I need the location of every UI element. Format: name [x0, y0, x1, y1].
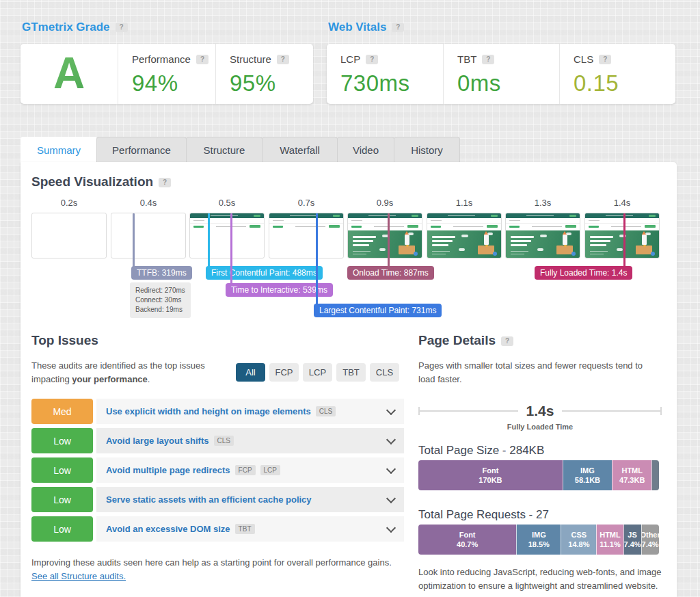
onload-badge: Onload Time: 887ms	[347, 266, 434, 280]
structure-label: Structure	[230, 53, 271, 65]
lcp-value: 730ms	[340, 70, 443, 96]
snapshot-logo	[431, 226, 441, 228]
snapshot-cta-button	[407, 225, 418, 228]
cloud-shape	[459, 248, 465, 251]
snapshot-logo	[351, 226, 362, 228]
bar-segment-css: CSS14.8%	[561, 525, 596, 555]
filter-fcp[interactable]: FCP	[269, 363, 299, 382]
ttfb-breakdown-line: Connect: 30ms	[135, 295, 185, 305]
chevron-down-icon[interactable]	[386, 522, 396, 532]
segment-label: Font	[459, 530, 476, 540]
hero-subtext-line	[432, 254, 446, 254]
issue-title: Avoid an excessive DOM size	[106, 524, 230, 534]
hero-subtext-line	[590, 251, 608, 252]
timeline-tick-label: 1.4s	[584, 198, 660, 208]
chevron-down-icon[interactable]	[386, 405, 396, 414]
chevron-down-icon[interactable]	[386, 464, 396, 473]
summary-tab-panel: Speed Visualization? 0.2s0.4s0.5s0.7s0.9…	[21, 162, 677, 597]
badge-circle	[651, 252, 655, 256]
web-vitals-title-text: Web Vitals	[328, 21, 386, 34]
issues-footer: Improving these audits seen here can hel…	[31, 556, 404, 570]
segment-label: Font	[483, 466, 499, 475]
tab-structure[interactable]: Structure	[186, 137, 262, 162]
filter-lcp[interactable]: LCP	[303, 363, 332, 382]
filter-tbt[interactable]: TBT	[336, 363, 366, 382]
hero-subtext-line	[353, 251, 371, 252]
snapshot-hero	[585, 230, 659, 258]
issue-body: Avoid multiple page redirectsFCPLCP	[96, 457, 404, 483]
filter-cls[interactable]: CLS	[370, 363, 399, 382]
issue-row[interactable]: LowAvoid an excessive DOM sizeTBT	[31, 516, 404, 542]
issue-tag-lcp: LCP	[260, 465, 280, 475]
badge-circle	[493, 252, 497, 256]
segment-label: HTML	[600, 530, 621, 540]
rocket-illustration	[484, 234, 489, 245]
issue-row[interactable]: LowAvoid multiple page redirectsFCPLCP	[31, 457, 404, 483]
snapshot-navbar	[427, 223, 501, 230]
snapshot-navbar	[506, 223, 580, 230]
segment-label: HTML	[621, 466, 643, 475]
bar-segment-other: Other7.4%	[641, 525, 659, 555]
page-details-footer: Look into reducing JavaScript, reducing …	[418, 566, 662, 593]
bar-segment-other	[651, 460, 659, 490]
issue-title: Use explicit width and height on image e…	[106, 406, 311, 416]
segment-value: 11.1%	[600, 540, 621, 549]
help-icon[interactable]: ?	[599, 55, 611, 64]
see-all-structure-audits-link[interactable]: See all Structure audits.	[31, 571, 126, 581]
segment-value: 170KB	[479, 475, 502, 485]
page-details-title: Page Details?	[418, 333, 513, 348]
bar-segment-img: IMG58.1KB	[563, 460, 612, 490]
segment-label: IMG	[580, 466, 595, 475]
segment-label: CSS	[571, 530, 587, 540]
cls-metric: CLS? 0.15	[559, 44, 675, 104]
tab-performance[interactable]: Performance	[96, 137, 187, 162]
help-icon[interactable]: ?	[116, 23, 128, 32]
help-icon[interactable]: ?	[392, 23, 404, 32]
tab-history[interactable]: History	[394, 137, 460, 162]
tab-waterfall[interactable]: Waterfall	[262, 137, 338, 162]
fully-loaded-time-indicator: 1.4s Fully Loaded Time	[418, 403, 662, 431]
filter-all[interactable]: All	[236, 363, 265, 382]
issue-row[interactable]: LowAvoid large layout shiftsCLS	[31, 428, 404, 453]
tab-video[interactable]: Video	[337, 137, 394, 162]
speed-visualization-title: Speed Visualization?	[31, 174, 171, 189]
segment-value: 40.7%	[457, 540, 478, 549]
gtmetrix-grade-title: GTmetrix Grade?	[22, 21, 128, 34]
page-details-description: Pages with smaller total sizes and fewer…	[418, 359, 662, 386]
snapshot-logo	[273, 226, 283, 228]
bar-segment-js: JS7.4%	[623, 525, 641, 555]
tab-summary[interactable]: Summary	[21, 137, 97, 162]
hero-text-line	[353, 244, 369, 246]
severity-badge: Low	[31, 516, 93, 542]
issue-row[interactable]: MedUse explicit width and height on imag…	[31, 399, 404, 424]
page-snapshot-full	[505, 213, 580, 258]
cloud-shape	[540, 235, 547, 237]
top-issues-description: These audits are identified as the top i…	[31, 359, 237, 386]
performance-metric: Performance? 94%	[118, 44, 215, 104]
hero-text-line	[432, 244, 448, 246]
badge-circle	[571, 252, 576, 256]
slider-track-left	[418, 410, 518, 412]
chevron-down-icon[interactable]	[386, 493, 396, 503]
help-icon[interactable]: ?	[501, 336, 513, 346]
help-icon[interactable]: ?	[196, 55, 208, 64]
snapshot-cta-button	[565, 225, 576, 228]
cloud-shape	[379, 248, 386, 251]
timeline-tick-label: 1.3s	[505, 198, 580, 208]
help-icon[interactable]: ?	[159, 178, 171, 187]
segment-label: Other	[641, 530, 659, 540]
issue-row[interactable]: LowServe static assets with an efficient…	[31, 487, 404, 512]
snapshot-logo	[589, 226, 599, 228]
timeline-tick-label: 1.1s	[427, 198, 502, 208]
lcp-badge: Largest Contentful Paint: 731ms	[314, 304, 442, 317]
performance-label: Performance	[132, 53, 191, 65]
rocket-illustration	[642, 234, 647, 245]
cls-label: CLS	[574, 53, 593, 65]
timeline-tick-label: 0.9s	[347, 198, 422, 208]
help-icon[interactable]: ?	[277, 55, 289, 64]
chevron-down-icon[interactable]	[386, 434, 396, 444]
issue-filters: AllFCPLCPTBTCLS	[236, 363, 399, 382]
help-icon[interactable]: ?	[366, 55, 378, 64]
snapshot-navbar	[348, 223, 422, 230]
help-icon[interactable]: ?	[482, 55, 494, 64]
